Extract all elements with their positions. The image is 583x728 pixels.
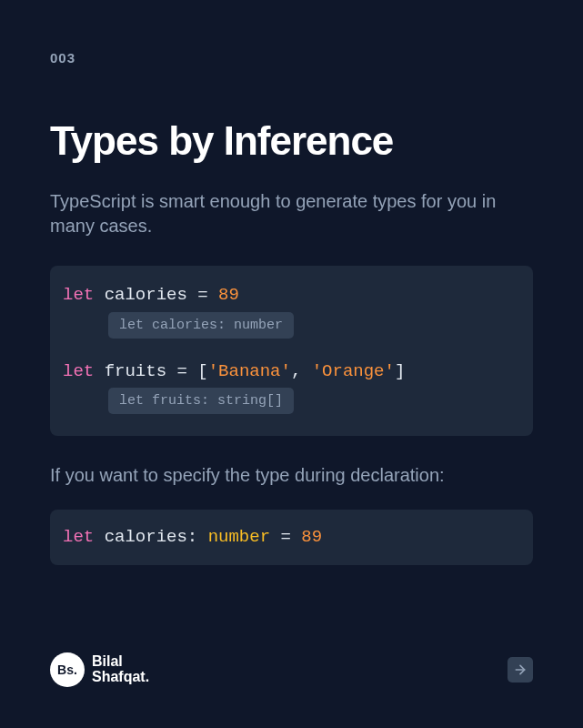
type-annotation: number — [208, 527, 270, 547]
bracket-close: ] — [395, 361, 405, 381]
string-literal: 'Banana' — [208, 361, 291, 381]
brand-badge: Bs. — [50, 652, 85, 687]
code-line: let fruits = ['Banana', 'Orange'] — [63, 359, 520, 385]
subtext: If you want to specify the type during d… — [50, 465, 533, 486]
operator-equals: = — [176, 361, 186, 381]
code-line: let calories: number = 89 — [63, 524, 520, 551]
keyword-let: let — [63, 527, 94, 547]
code-line: let calories = 89 — [63, 282, 520, 308]
operator-equals: = — [280, 527, 290, 547]
variable-name: calories — [105, 527, 187, 547]
footer: Bs. Bilal Shafqat — [50, 652, 533, 687]
comma: , — [291, 361, 301, 381]
string-literal: 'Orange' — [312, 361, 395, 381]
code-block-inference: let calories = 89 let calories: number l… — [50, 266, 533, 436]
arrow-right-icon — [513, 662, 528, 677]
page-title: Types by Inference — [50, 118, 533, 164]
page-number: 003 — [50, 50, 533, 66]
brand-name: Bilal Shafqat — [92, 654, 149, 685]
operator-equals: = — [197, 285, 207, 305]
next-button[interactable] — [508, 657, 533, 682]
code-block-explicit: let calories: number = 89 — [50, 510, 533, 565]
number-literal: 89 — [301, 527, 322, 547]
brand-line1: Bilal — [92, 654, 149, 670]
keyword-let: let — [63, 285, 94, 305]
bracket-open: [ — [197, 361, 207, 381]
brand-line2: Shafqat — [92, 670, 149, 685]
colon: : — [187, 527, 197, 547]
variable-name: fruits — [105, 361, 166, 381]
number-literal: 89 — [218, 285, 239, 305]
keyword-let: let — [63, 361, 94, 381]
variable-name: calories — [105, 285, 187, 305]
intro-text: TypeScript is smart enough to generate t… — [50, 189, 533, 238]
type-hint-tooltip: let calories: number — [108, 312, 294, 339]
type-hint-tooltip: let fruits: string[] — [108, 388, 294, 414]
brand-logo: Bs. Bilal Shafqat — [50, 652, 149, 687]
